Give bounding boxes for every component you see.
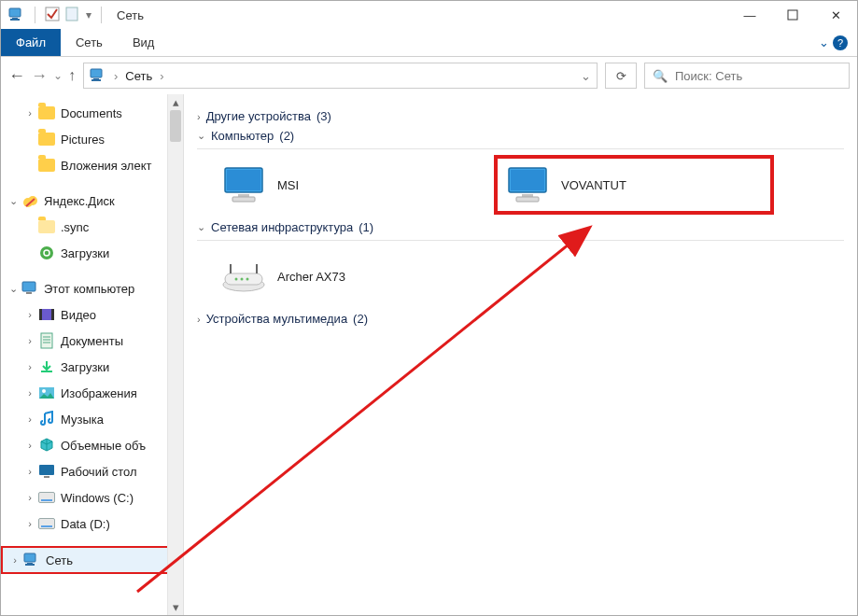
network-item[interactable]: MSI bbox=[214, 155, 494, 215]
svg-rect-27 bbox=[27, 563, 33, 564]
tree-item-label: Pictures bbox=[61, 133, 105, 147]
recent-locations-button[interactable]: ⌄ bbox=[53, 69, 63, 82]
tree-twisty-icon[interactable]: › bbox=[23, 309, 36, 320]
network-item[interactable]: Archer AX73 bbox=[214, 246, 494, 306]
navigation-bar: ← → ⌄ ↑ › Сеть › ⌄ ⟳ 🔍 bbox=[1, 57, 857, 94]
scrollbar-vertical[interactable]: ▴ ▾ bbox=[167, 94, 183, 615]
tree-item-музыка[interactable]: ›Музыка bbox=[1, 406, 183, 432]
tree-twisty-icon[interactable]: › bbox=[23, 440, 36, 451]
tree-twisty-icon[interactable]: › bbox=[23, 466, 36, 477]
svg-point-11 bbox=[40, 246, 53, 259]
chevron-down-icon[interactable]: ⌄ bbox=[197, 130, 205, 142]
up-button[interactable]: ↑ bbox=[68, 67, 76, 84]
scroll-up-button[interactable]: ▴ bbox=[168, 94, 183, 110]
group-header[interactable]: ›Устройства мультимедиа(2) bbox=[197, 312, 844, 326]
tree-twisty-icon[interactable]: ⌄ bbox=[7, 195, 20, 207]
back-button[interactable]: ← bbox=[8, 66, 25, 86]
group-header[interactable]: ›Другие устройства(3) bbox=[197, 109, 844, 123]
minimize-button[interactable]: — bbox=[728, 1, 771, 29]
folder-light-icon bbox=[38, 218, 55, 235]
tree-item-documents[interactable]: ›Documents bbox=[1, 100, 183, 126]
tree-item-загрузки[interactable]: ›Загрузки bbox=[1, 354, 183, 380]
network-icon bbox=[23, 552, 40, 568]
chevron-right-icon[interactable]: › bbox=[197, 111, 201, 122]
ribbon-file-tab[interactable]: Файл bbox=[1, 29, 61, 56]
tree-item-pictures[interactable]: Pictures bbox=[1, 126, 183, 152]
ribbon-network-tab[interactable]: Сеть bbox=[61, 29, 118, 56]
address-dropdown-icon[interactable]: ⌄ bbox=[581, 69, 591, 83]
tree-item-label: Видео bbox=[61, 308, 96, 322]
quick-access-toolbar: ▾ Сеть bbox=[1, 7, 144, 24]
explorer-window: ▾ Сеть — ✕ Файл Сеть Вид ⌄ ? ← → ⌄ ↑ bbox=[0, 0, 858, 616]
tree-twisty-icon[interactable]: ⌄ bbox=[7, 283, 20, 295]
tree-item-видео[interactable]: ›Видео bbox=[1, 301, 183, 328]
qat-separator-2 bbox=[101, 7, 102, 23]
group-name: Компьютер bbox=[211, 129, 274, 143]
chevron-right-icon[interactable]: › bbox=[197, 314, 201, 325]
tree-item-windows-c-[interactable]: ›Windows (C:) bbox=[1, 484, 183, 511]
svg-rect-36 bbox=[516, 197, 539, 202]
svg-rect-6 bbox=[91, 69, 102, 77]
svg-rect-32 bbox=[232, 197, 255, 202]
group-header[interactable]: ⌄Сетевая инфраструктура(1) bbox=[197, 220, 844, 234]
tree-twisty-icon[interactable]: › bbox=[23, 492, 36, 503]
search-input[interactable]: 🔍 bbox=[644, 63, 850, 89]
window-controls: — ✕ bbox=[728, 1, 857, 29]
svg-rect-4 bbox=[66, 7, 77, 21]
tree-item-label: Загрузки bbox=[61, 246, 109, 260]
group-name: Другие устройства bbox=[206, 109, 311, 123]
tree-item-вложения-элект[interactable]: Вложения элект bbox=[1, 152, 183, 178]
search-field[interactable] bbox=[675, 69, 841, 83]
breadcrumb-location[interactable]: Сеть bbox=[125, 69, 152, 83]
tree-item-сеть[interactable]: ›Сеть bbox=[1, 546, 183, 574]
tree-twisty-icon[interactable]: › bbox=[23, 387, 36, 399]
desktop-icon bbox=[38, 463, 55, 480]
ribbon-view-tab[interactable]: Вид bbox=[118, 29, 170, 56]
scroll-thumb[interactable] bbox=[170, 110, 181, 142]
tree-item-этот-компьютер[interactable]: ⌄Этот компьютер bbox=[1, 275, 183, 301]
tree-twisty-icon[interactable]: › bbox=[23, 361, 36, 372]
tree-item-label: Музыка bbox=[61, 413, 104, 427]
help-icon[interactable]: ? bbox=[833, 35, 848, 50]
tree-item-label: Документы bbox=[61, 334, 123, 348]
pc-icon bbox=[21, 280, 38, 297]
address-bar[interactable]: › Сеть › ⌄ bbox=[83, 63, 598, 89]
tree-twisty-icon[interactable]: › bbox=[23, 518, 36, 529]
tree-twisty-icon[interactable]: › bbox=[23, 107, 36, 119]
tree-item-data-d-[interactable]: ›Data (D:) bbox=[1, 511, 183, 537]
qat-item-icon[interactable] bbox=[65, 7, 78, 24]
chevron-down-icon[interactable]: ⌄ bbox=[197, 221, 205, 233]
chevron-down-icon: ⌄ bbox=[819, 35, 829, 49]
tree-twisty-icon[interactable]: › bbox=[8, 554, 21, 566]
tree-item-рабочий-стол[interactable]: ›Рабочий стол bbox=[1, 458, 183, 484]
folder-icon bbox=[38, 105, 55, 121]
folder-icon bbox=[38, 157, 55, 174]
group-header[interactable]: ⌄Компьютер(2) bbox=[197, 129, 844, 143]
svg-rect-34 bbox=[511, 170, 544, 190]
close-button[interactable]: ✕ bbox=[814, 1, 857, 29]
forward-button[interactable]: → bbox=[31, 66, 48, 86]
tree-twisty-icon[interactable]: › bbox=[23, 335, 36, 346]
network-item[interactable]: VOVANTUT bbox=[494, 155, 774, 215]
scroll-down-button[interactable]: ▾ bbox=[168, 599, 183, 615]
refresh-button[interactable]: ⟳ bbox=[605, 63, 637, 89]
tree-item-label: Рабочий стол bbox=[61, 465, 137, 479]
maximize-button[interactable] bbox=[771, 1, 814, 29]
group-count: (2) bbox=[279, 129, 294, 143]
svg-point-41 bbox=[235, 278, 238, 281]
svg-rect-28 bbox=[25, 564, 35, 566]
tree-item-изображения[interactable]: ›Изображения bbox=[1, 380, 183, 406]
qat-checkbox-icon[interactable] bbox=[45, 7, 60, 24]
qat-dropdown-icon[interactable]: ▾ bbox=[86, 8, 91, 21]
tree-item--sync[interactable]: .sync bbox=[1, 214, 183, 240]
video-icon bbox=[38, 306, 55, 323]
tree-item-документы[interactable]: ›Документы bbox=[1, 328, 183, 354]
tree-item-загрузки[interactable]: Загрузки bbox=[1, 240, 183, 266]
tree-item-объемные-объ[interactable]: ›Объемные объ bbox=[1, 432, 183, 458]
tree-item-яндекс-диск[interactable]: ⌄Яндекс.Диск bbox=[1, 188, 183, 214]
ribbon-collapse-button[interactable]: ⌄ ? bbox=[809, 29, 857, 56]
breadcrumb-separator-icon[interactable]: › bbox=[114, 69, 118, 83]
tree-twisty-icon[interactable]: › bbox=[23, 413, 36, 425]
tree-item-label: Объемные объ bbox=[61, 439, 146, 453]
breadcrumb-separator-icon[interactable]: › bbox=[160, 69, 163, 83]
